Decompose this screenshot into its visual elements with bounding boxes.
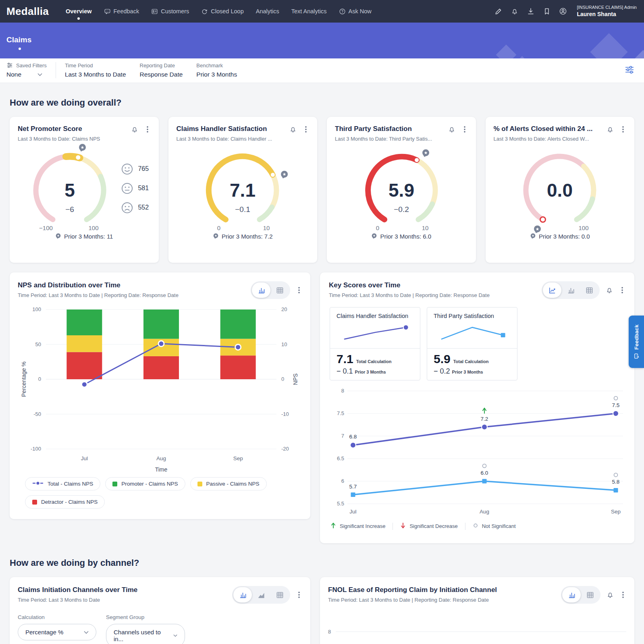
card-title: Net Promoter Score [18,125,100,133]
nav-item-text-analytics[interactable]: Text Analytics [291,8,327,15]
notifications-button[interactable] [511,7,519,16]
svg-text:100: 100 [89,224,99,231]
area-view-button[interactable] [252,587,270,602]
svg-text:7: 7 [341,433,344,439]
svg-text:7.5: 7.5 [612,402,620,408]
chevron-down-icon [84,631,89,634]
svg-text:6.5: 6.5 [337,455,344,461]
benchmark-filter[interactable]: Benchmark Prior 3 Months [196,62,237,78]
filter-value: Response Date [140,71,183,78]
alert-bell-button[interactable] [606,125,614,134]
card-menu-button[interactable] [296,590,302,599]
legend-chip-promoter[interactable]: Promoter - Claims NPS [105,477,185,490]
card-claims-initiation-channels: Claims Initiation Channels over Time Tim… [10,577,310,644]
alert-bell-button[interactable] [289,125,297,134]
table-view-button[interactable] [580,283,598,298]
svg-text:0: 0 [281,376,284,382]
table-view-button[interactable] [270,283,289,298]
tile-value-label: Total Calculation [453,359,489,364]
chart-view-button[interactable] [252,283,270,298]
medallia-logo[interactable]: Medallia [6,5,49,18]
legend-chip-detractor[interactable]: Detractor - Claims NPS [25,495,105,509]
card-menu-button[interactable] [296,286,302,295]
table-view-button[interactable] [581,587,599,602]
legend-chip-passive[interactable]: Passive - Claims NPS [190,477,267,490]
bar-view-button[interactable] [561,283,580,298]
card-menu-button[interactable] [619,286,625,295]
kebab-icon [620,125,626,134]
calculation-select[interactable]: Percentage % [18,624,96,640]
bar-view-button[interactable] [233,587,252,602]
significance-legend: Significant Increase Significant Decreas… [330,522,625,530]
view-toggle [232,586,290,604]
card-menu-button[interactable] [303,125,309,134]
segment-group-control: Segment Group Channels used to in... [106,614,185,644]
card-subtitle: Time Period: Last 3 Months to Date | Rep… [329,292,490,298]
svg-text:0: 0 [376,224,379,231]
legend-label: Total - Claims NPS [48,481,93,487]
segment-group-select[interactable]: Channels used to in... [106,624,185,644]
feedback-side-tab[interactable]: Feedback [629,316,644,368]
nav-item-feedback[interactable]: Feedback [104,8,139,15]
table-icon [586,591,594,599]
time-period-filter[interactable]: Time Period Last 3 Months to Date [65,62,126,78]
bar-chart-icon [258,287,265,294]
line-view-button[interactable] [543,283,561,298]
legend-label: Significant Increase [340,523,385,529]
channel-cards-row: Claims Initiation Channels over Time Tim… [10,577,634,644]
circle-marker-icon [473,522,478,530]
nav-item-ask-now[interactable]: Ask Now [339,8,372,15]
card-third-party-satisfaction: Third Party Satisfaction Last 3 Months t… [327,117,476,263]
legend-chip-total[interactable]: Total - Claims NPS [25,477,100,490]
svg-text:Sep: Sep [611,509,621,515]
alert-bell-button[interactable] [448,125,456,134]
axis-tick-label: 8 [328,629,331,635]
card-menu-button[interactable] [620,590,626,599]
card-title: Claims Initiation Channels over Time [18,586,137,594]
card-menu-button[interactable] [144,125,151,134]
nav-label: Feedback [114,8,139,15]
account-button[interactable] [559,7,567,16]
kebab-icon [461,125,468,134]
tile-third-party[interactable]: Third Party Satisfaction 5.9Total Calcul… [427,307,517,380]
reporting-date-filter[interactable]: Reporting Date Response Date [140,62,183,78]
download-button[interactable] [527,7,535,16]
card-menu-button[interactable] [620,125,626,134]
user-block[interactable]: [INSURANCE CLAIMS] Admin Lauren Shanta [577,4,637,18]
nav-item-customers[interactable]: Customers [151,8,189,15]
bar-view-button[interactable] [562,587,581,602]
tile-title: Third Party Satisfaction [434,313,511,319]
area-chart-icon [258,591,265,599]
control-label: Segment Group [106,614,185,620]
edit-button[interactable] [494,7,503,16]
nav-item-closed-loop[interactable]: Closed Loop [201,8,243,15]
svg-text:5.8: 5.8 [612,479,620,485]
saved-filters-control[interactable]: Saved Filters None [6,62,47,78]
page-banner: Claims [0,23,644,58]
alert-bell-button[interactable] [131,125,139,134]
alert-bell-button[interactable] [606,590,614,599]
card-subtitle: Time Period: Last 3 Months to Date | Rep… [328,597,497,603]
svg-text:8: 8 [341,388,344,394]
svg-text:5: 5 [65,180,75,201]
tile-claims-handler[interactable]: Claims Handler Satisfaction 7.1Total Cal… [330,307,420,380]
gauge-cards-row: Net Promoter Score Last 3 Months to Date… [10,117,634,263]
stat-value: 765 [138,165,149,172]
select-value: Channels used to in... [114,629,163,642]
kebab-icon [296,286,302,295]
active-indicator-dot [77,17,80,20]
bookmark-button[interactable] [543,7,551,16]
card-menu-button[interactable] [461,125,468,134]
benchmark-pin-icon [213,233,219,240]
fnol-axis-preview: 8 [328,629,626,635]
nav-item-overview[interactable]: Overview [66,8,92,15]
svg-text:7.5: 7.5 [337,410,344,416]
advanced-filters-button[interactable] [625,65,634,75]
table-view-button[interactable] [270,587,289,602]
alert-bell-button[interactable] [605,286,613,295]
card-subtitle: Time Period: Last 3 Months to Date | Rep… [18,292,179,298]
sad-face-icon [121,202,133,214]
nav-item-analytics[interactable]: Analytics [256,8,279,15]
third-party-sparkline [434,321,511,344]
svg-text:Percentage %: Percentage % [21,361,27,397]
